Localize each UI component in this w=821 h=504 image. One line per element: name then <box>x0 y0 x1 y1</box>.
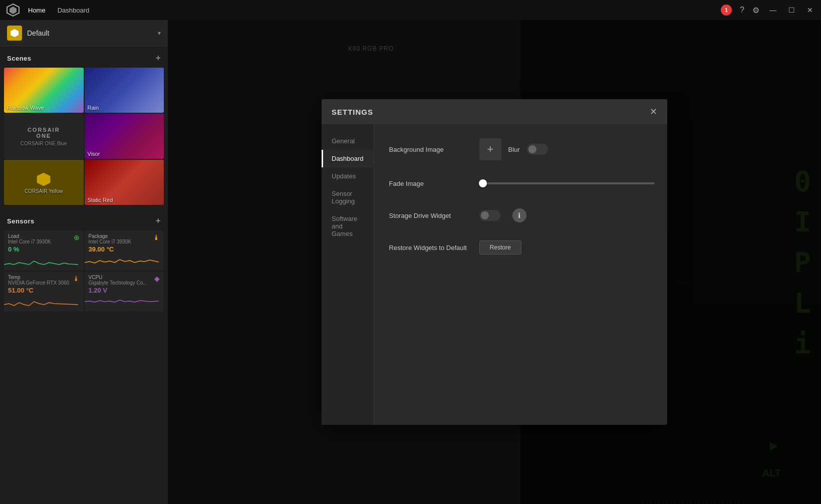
titlebar: Home Dashboard 1 ? ⚙ — ☐ ✕ <box>0 0 821 20</box>
fade-image-control <box>479 182 655 184</box>
scene-rainbow-wave-label: Rainbow Wave <box>7 105 44 111</box>
sidebar: Default ▾ Scenes + Rainbow Wave Rain COR… <box>0 20 168 504</box>
profile-bar[interactable]: Default ▾ <box>0 20 168 46</box>
scene-static-red-label: Static Red <box>88 197 113 203</box>
sensor-temp: 🌡 Temp NVIDIA GeForce RTX 3060 51.00 °C <box>4 272 84 312</box>
modal-overlay: SETTINGS ✕ General Dashboard Updates Sen… <box>168 20 821 504</box>
restore-widgets-control: Restore <box>479 240 521 255</box>
background-image-control: + Blur <box>479 138 548 160</box>
background-image-label: Background Image <box>389 146 479 153</box>
app-logo <box>6 3 20 17</box>
sensor-temp-device: NVIDIA GeForce RTX 3060 <box>8 280 80 286</box>
main-layout: Default ▾ Scenes + Rainbow Wave Rain COR… <box>0 20 821 504</box>
sensors-header: Sensors + <box>0 209 168 230</box>
profile-icon <box>7 26 22 41</box>
sensor-temp-label: Temp <box>8 275 80 280</box>
sensor-vcpu-device: Gigabyte Technology Co... <box>89 280 160 286</box>
modal-title: SETTINGS <box>332 108 373 116</box>
modal-nav: General Dashboard Updates Sensor Logging… <box>322 124 374 425</box>
settings-modal: SETTINGS ✕ General Dashboard Updates Sen… <box>322 99 667 425</box>
restore-button[interactable]: Restore <box>479 240 521 255</box>
scenes-grid: Rainbow Wave Rain CORSAIR ONE CORSAIR ON… <box>0 68 168 205</box>
storage-drive-toggle[interactable] <box>479 210 500 221</box>
add-image-button[interactable]: + <box>479 138 501 160</box>
sensor-temp-icon: 🌡 <box>73 275 80 283</box>
scene-visor-label: Visor <box>88 151 100 157</box>
minimize-button[interactable]: — <box>767 6 778 14</box>
sensor-package-value: 39.00 °C <box>89 245 160 253</box>
sensors-section: Sensors + ⊕ Load Intel Core i7 3930K 0 %… <box>0 209 168 504</box>
settings-icon[interactable]: ⚙ <box>752 6 759 15</box>
nav-general[interactable]: General <box>322 132 374 150</box>
restore-widgets-row: Restore Widgets to Default Restore <box>389 238 655 257</box>
storage-drive-control: ℹ <box>479 208 526 222</box>
scene-corsair-one-blue[interactable]: CORSAIR ONE CORSAIR ONE Blue <box>4 114 84 159</box>
nav-dashboard[interactable]: Dashboard <box>322 150 374 167</box>
sensor-vcpu-label: VCPU <box>89 275 160 280</box>
modal-close-button[interactable]: ✕ <box>650 107 657 116</box>
fade-image-label: Fade Image <box>389 180 479 187</box>
sensor-package-label: Package <box>89 233 160 239</box>
nav-home[interactable]: Home <box>28 7 46 14</box>
sensor-vcpu-value: 1.20 V <box>89 287 160 294</box>
titlebar-controls: 1 ? ⚙ — ☐ ✕ <box>721 5 815 16</box>
add-sensor-button[interactable]: + <box>155 216 161 226</box>
nav-dashboard[interactable]: Dashboard <box>58 7 90 14</box>
sensor-vcpu-icon: ◆ <box>154 275 160 283</box>
sensor-temp-value: 51.00 °C <box>8 287 80 294</box>
svg-marker-2 <box>11 29 19 37</box>
nav-updates[interactable]: Updates <box>322 167 374 185</box>
scene-rainbow-wave[interactable]: Rainbow Wave <box>4 68 84 113</box>
sensors-grid: ⊕ Load Intel Core i7 3930K 0 % 🌡 Package… <box>0 230 168 312</box>
nav-bar: Home Dashboard <box>28 7 721 14</box>
sensor-package: 🌡 Package Intel Core i7 3930K 39.00 °C <box>85 230 164 271</box>
modal-content: Background Image + Blur Fade Image <box>374 124 670 425</box>
storage-drive-row: Storage Drive Widget ℹ <box>389 206 655 224</box>
sensor-load-label: Load <box>8 233 80 239</box>
sensor-package-icon: 🌡 <box>153 233 160 241</box>
profile-name: Default <box>27 29 153 37</box>
notification-badge[interactable]: 1 <box>721 5 732 16</box>
sensor-load-icon: ⊕ <box>74 233 80 241</box>
sensor-load: ⊕ Load Intel Core i7 3930K 0 % <box>4 230 84 271</box>
modal-body: General Dashboard Updates Sensor Logging… <box>322 124 667 425</box>
restore-widgets-label: Restore Widgets to Default <box>389 244 479 251</box>
sensor-package-device: Intel Core i7 3930K <box>89 239 160 244</box>
storage-drive-label: Storage Drive Widget <box>389 212 479 219</box>
close-window-button[interactable]: ✕ <box>805 6 815 14</box>
scene-corsair-one-blue-label: CORSAIR ONE Blue <box>21 141 67 146</box>
maximize-button[interactable]: ☐ <box>786 6 797 14</box>
sensor-load-value: 0 % <box>8 245 80 253</box>
sensor-load-device: Intel Core i7 3930K <box>8 239 80 244</box>
add-scene-button[interactable]: + <box>155 53 161 64</box>
scene-rain-label: Rain <box>88 105 99 111</box>
help-icon[interactable]: ? <box>740 6 744 15</box>
background-image-row: Background Image + Blur <box>389 138 655 160</box>
svg-marker-3 <box>37 172 51 186</box>
scenes-title: Scenes <box>7 55 32 62</box>
scenes-header: Scenes + <box>0 46 168 68</box>
storage-drive-info-icon[interactable]: ℹ <box>512 208 526 222</box>
fade-image-row: Fade Image <box>389 174 655 192</box>
fade-slider-container <box>479 182 655 184</box>
nav-software-games[interactable]: Software and Games <box>322 210 374 242</box>
scene-rain[interactable]: Rain <box>85 68 164 113</box>
scene-corsair-yellow-label: CORSAIR Yellow <box>25 188 63 194</box>
blur-toggle[interactable] <box>527 144 548 155</box>
fade-slider-thumb[interactable] <box>479 179 487 187</box>
modal-header: SETTINGS ✕ <box>322 99 667 124</box>
content-area: 0 I P L i ► ALT K60 RGB PRO SETTINGS ✕ <box>168 20 821 504</box>
svg-marker-1 <box>10 7 17 14</box>
profile-dropdown-icon[interactable]: ▾ <box>158 30 161 37</box>
fade-slider-track[interactable] <box>479 182 655 184</box>
sensors-title: Sensors <box>7 217 35 225</box>
scene-corsair-yellow[interactable]: CORSAIR Yellow <box>4 160 84 205</box>
nav-sensor-logging[interactable]: Sensor Logging <box>322 185 374 210</box>
scene-visor[interactable]: Visor <box>85 114 164 159</box>
scene-static-red[interactable]: Static Red <box>85 160 164 205</box>
sensor-vcpu: ◆ VCPU Gigabyte Technology Co... 1.20 V <box>85 272 164 312</box>
blur-label: Blur <box>508 146 520 153</box>
